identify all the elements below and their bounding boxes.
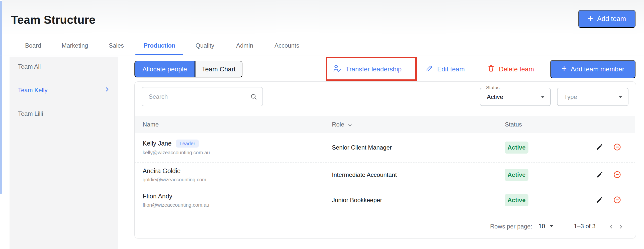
remove-circle-icon [613,196,621,205]
status-badge: Active [505,194,528,206]
add-team-label: Add team [597,15,626,23]
status-filter-select[interactable]: Status Active [480,88,551,106]
leader-badge: Leader [176,140,199,148]
tab-accounts[interactable]: Accounts [274,42,299,49]
member-name: Aneira Goldie [143,167,180,175]
status-filter-label: Status [484,85,501,90]
type-filter-placeholder: Type [564,93,577,100]
teams-sidebar: Team Ali Team Kelly Team Lilli [10,57,118,249]
rows-per-page-value[interactable]: 10 [538,223,545,230]
caret-down-icon [541,96,545,98]
sidebar-item-team-ali[interactable]: Team Ali [18,63,41,70]
sidebar-item-team-kelly[interactable]: Team Kelly [18,87,47,94]
table-header: Name Role Status [135,116,635,133]
search-box [142,87,263,106]
pagination-range: 1–3 of 3 [574,223,596,230]
transfer-leadership-button[interactable]: Transfer leadership [333,61,402,77]
member-role: Intermediate Accountant [332,171,397,178]
pencil-icon [596,143,603,152]
member-role: Senior Client Manager [332,144,392,151]
member-name-cell: Kelly Jane Leader kelly@wizeaccounting.c… [143,140,210,156]
transfer-leadership-label: Transfer leadership [346,65,402,73]
pencil-icon [596,196,603,204]
caret-down-icon[interactable] [549,225,554,227]
plus-icon: + [562,64,567,73]
pencil-icon [426,65,433,74]
edit-member-button[interactable] [594,169,606,181]
next-page-button[interactable] [616,222,626,232]
person-check-icon [333,64,342,75]
member-name: Kelly Jane [143,140,171,147]
remove-circle-icon [613,143,621,152]
rows-per-page-label: Rows per page: [490,223,532,230]
edit-team-button[interactable]: Edit team [426,61,465,77]
allocate-people-button[interactable]: Allocate people [134,61,195,77]
search-input[interactable] [142,87,262,106]
sidebar-item-team-lilli[interactable]: Team Lilli [18,110,43,117]
chevron-left-icon [608,223,614,231]
divider [0,56,644,56]
column-header-name[interactable]: Name [143,121,159,128]
row-divider [135,213,635,213]
tab-quality[interactable]: Quality [196,42,214,49]
trash-icon [487,65,495,74]
tab-production[interactable]: Production [144,42,175,49]
active-tab-indicator [135,54,183,55]
tab-marketing[interactable]: Marketing [62,42,88,49]
pencil-icon [596,171,603,179]
add-team-button[interactable]: + Add team [578,10,635,28]
sidebar-divider [126,57,126,249]
remove-member-button[interactable] [611,142,623,154]
table-row: Aneira Goldie goldie@wizeaccounting.com … [135,162,635,188]
member-email: goldie@wizeaccounting.com [143,177,206,183]
member-name-cell: Ffion Andy ffion@wizeaccounting.com.au [143,193,209,208]
search-icon [250,93,257,101]
left-scrollbar-thumb[interactable] [0,1,2,194]
edit-member-button[interactable] [594,142,606,154]
member-role: Junior Bookkeeper [332,197,382,204]
table-row: Kelly Jane Leader kelly@wizeaccounting.c… [135,133,635,162]
remove-member-button[interactable] [611,169,623,181]
status-badge: Active [505,142,528,154]
page-title: Team Structure [11,13,96,27]
delete-team-button[interactable]: Delete team [487,61,534,77]
column-header-status[interactable]: Status [505,121,522,128]
edit-team-label: Edit team [437,65,465,73]
chevron-right-icon [618,223,624,231]
member-name-cell: Aneira Goldie goldie@wizeaccounting.com [143,167,206,183]
tab-admin[interactable]: Admin [236,42,253,49]
table-row: Ffion Andy ffion@wizeaccounting.com.au J… [135,188,635,213]
edit-member-button[interactable] [594,194,606,206]
add-team-member-button[interactable]: + Add team member [550,60,635,78]
member-email: kelly@wizeaccounting.com.au [143,150,210,156]
team-chart-button[interactable]: Team Chart [195,61,242,77]
add-team-member-label: Add team member [571,65,624,73]
member-name: Ffion Andy [143,193,172,200]
status-badge: Active [505,169,528,181]
column-header-role[interactable]: Role [332,120,353,129]
previous-page-button[interactable] [606,222,616,232]
caret-down-icon [618,96,622,98]
column-header-role-label: Role [332,121,344,128]
tab-board[interactable]: Board [25,42,41,49]
selected-team-underline [10,99,118,99]
type-filter-select[interactable]: Type [557,88,628,106]
chevron-right-icon [104,86,110,94]
remove-circle-icon [613,170,621,180]
sort-desc-icon [347,121,353,129]
status-filter-value: Active [487,93,503,100]
plus-icon: + [588,14,593,23]
tab-sales[interactable]: Sales [109,42,124,49]
member-email: ffion@wizeaccounting.com.au [143,202,209,208]
team-structure-page: Team Structure + Add team Board Marketin… [0,0,644,249]
header-band [2,0,644,35]
delete-team-label: Delete team [499,65,534,73]
remove-member-button[interactable] [611,194,623,206]
